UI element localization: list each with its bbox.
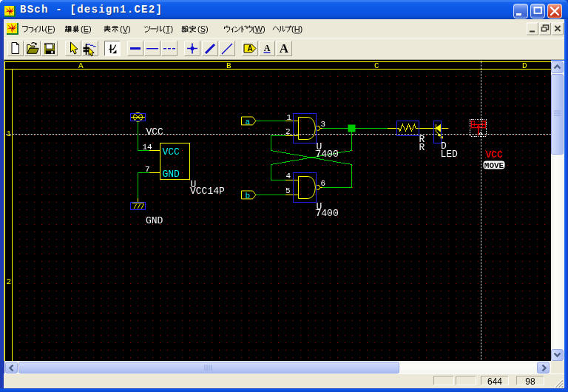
svg-text:(F): (F) bbox=[45, 24, 55, 33]
svg-text:(V): (V) bbox=[120, 24, 131, 33]
svg-text:98: 98 bbox=[525, 376, 535, 387]
svg-text:(E): (E) bbox=[81, 24, 92, 33]
svg-text:(T): (T) bbox=[163, 24, 173, 33]
svg-text:644: 644 bbox=[487, 376, 502, 387]
svg-text:A: A bbox=[248, 44, 253, 53]
svg-text:(S): (S) bbox=[197, 24, 209, 33]
svg-text:(H): (H) bbox=[291, 24, 302, 33]
svg-text:A: A bbox=[264, 43, 271, 53]
svg-text:A: A bbox=[280, 41, 289, 55]
svg-text:(W): (W) bbox=[252, 24, 266, 33]
